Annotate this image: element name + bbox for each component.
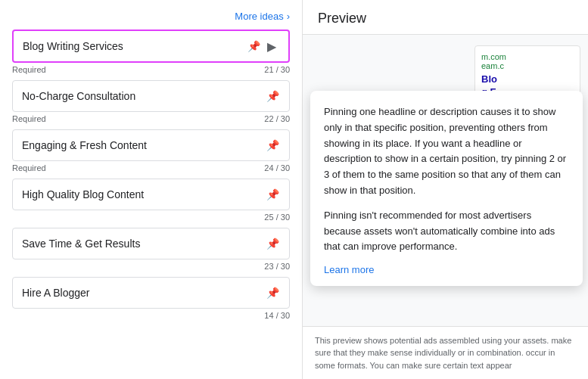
right-panel: Preview Pinning one headline or descript… <box>303 0 588 379</box>
pin-icon-1[interactable]: 📌 <box>246 39 261 54</box>
item-meta-3: Required 24 / 30 <box>0 161 302 179</box>
required-label-2: Required <box>12 114 46 123</box>
required-label-3: Required <box>12 163 46 172</box>
headline-text-5: Save Time & Get Results <box>22 238 140 250</box>
count-label-1: 21 / 30 <box>264 65 290 74</box>
item-meta-6: 14 / 30 <box>0 309 302 326</box>
pin-icon-6[interactable]: 📌 <box>265 285 280 300</box>
tooltip-paragraph-2: Pinning isn't recommended for most adver… <box>324 208 569 255</box>
left-panel: More ideas › Blog Writing Services 📌 ▶ R… <box>0 0 303 379</box>
count-label-4: 25 / 30 <box>264 213 290 222</box>
headline-text-3: Engaging & Fresh Content <box>22 139 147 151</box>
headline-item-3[interactable]: Engaging & Fresh Content 📌 <box>12 129 290 161</box>
chevron-right-icon: › <box>287 11 290 22</box>
learn-more-link[interactable]: Learn more <box>324 264 374 275</box>
item-meta-4: 25 / 30 <box>0 210 302 228</box>
bottom-preview-text: This preview shows potential ads assembl… <box>303 326 588 380</box>
pin-icon-4[interactable]: 📌 <box>265 187 280 202</box>
preview-header: Preview <box>303 0 588 35</box>
preview-title: Preview <box>318 11 366 26</box>
more-ideas-row: More ideas › <box>0 8 302 30</box>
tooltip-paragraph-1: Pinning one headline or description caus… <box>324 104 569 199</box>
headline-text-4: High Quality Blog Content <box>22 188 144 200</box>
pin-actions-1: 📌 ▶ <box>246 39 279 54</box>
pin-icon-5[interactable]: 📌 <box>265 236 280 251</box>
more-ideas-label: More ideas <box>235 11 283 22</box>
headline-text-2: No-Charge Consultation <box>22 90 135 102</box>
headline-text-1: Blog Writing Services <box>23 40 123 52</box>
cursor-icon-1: ▶ <box>264 39 279 54</box>
pin-icon-3[interactable]: 📌 <box>265 138 280 153</box>
count-label-2: 22 / 30 <box>264 114 290 123</box>
more-ideas-link[interactable]: More ideas › <box>235 11 290 22</box>
headline-item-1[interactable]: Blog Writing Services 📌 ▶ <box>12 30 290 63</box>
pin-actions-2: 📌 <box>265 89 280 104</box>
required-label-1: Required <box>12 65 46 74</box>
count-label-6: 14 / 30 <box>264 311 290 320</box>
tooltip-box: Pinning one headline or description caus… <box>310 91 583 286</box>
count-label-3: 24 / 30 <box>264 163 290 172</box>
headline-text-6: Hire A Blogger <box>22 287 90 299</box>
headline-item-2[interactable]: No-Charge Consultation 📌 <box>12 80 290 112</box>
pin-actions-5: 📌 <box>265 236 280 251</box>
item-meta-2: Required 22 / 30 <box>0 112 302 129</box>
headline-item-4[interactable]: High Quality Blog Content 📌 <box>12 179 290 210</box>
headline-item-5[interactable]: Save Time & Get Results 📌 <box>12 228 290 259</box>
pin-actions-4: 📌 <box>265 187 280 202</box>
pin-actions-6: 📌 <box>265 285 280 300</box>
count-label-5: 23 / 30 <box>264 262 290 271</box>
headline-item-6[interactable]: Hire A Blogger 📌 <box>12 277 290 309</box>
item-meta-1: Required 21 / 30 <box>0 63 302 80</box>
ad-preview-url: m.comeam.c <box>481 52 574 70</box>
item-meta-5: 23 / 30 <box>0 259 302 277</box>
pin-actions-3: 📌 <box>265 138 280 153</box>
pin-icon-2[interactable]: 📌 <box>265 89 280 104</box>
bottom-preview-description: This preview shows potential ads assembl… <box>315 336 571 370</box>
